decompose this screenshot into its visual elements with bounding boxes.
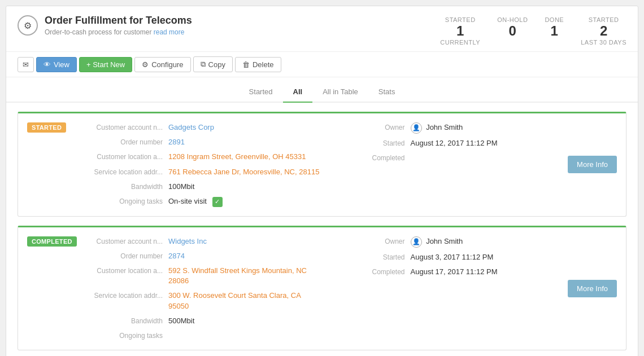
record-card-1: STARTED Customer account n... Gadgets Co… xyxy=(18,112,626,217)
field-service-location: Service location addr... 761 Rebecca Jan… xyxy=(89,167,320,177)
app-icon: ⚙ xyxy=(18,15,38,36)
header-left: ⚙ Order Fulfillment for Telecoms Order-t… xyxy=(18,14,192,36)
more-info-button-2[interactable]: More Info xyxy=(568,280,617,297)
service-location-value-1[interactable]: 761 Rebecca Jane Dr, Mooresville, NC, 28… xyxy=(168,167,319,177)
owner-value-2: 👤 John Smith xyxy=(411,236,463,248)
tab-stats[interactable]: Stats xyxy=(368,84,406,102)
task-check-icon: ✓ xyxy=(212,197,223,207)
stat-started-last30: STARTED 2 LAST 30 DAYS xyxy=(581,16,626,46)
field-customer-location: Customer location a... 1208 Ingram Stree… xyxy=(89,152,320,162)
started-badge: STARTED xyxy=(27,122,66,133)
view-button[interactable]: 👁 View xyxy=(36,57,77,72)
order-number-value-2[interactable]: 2874 xyxy=(168,251,185,261)
field-completed-2: Completed August 17, 2017 11:12 PM xyxy=(332,267,551,277)
customer-account-value-1[interactable]: Gadgets Corp xyxy=(168,122,214,133)
record-card-2: COMPLETED Customer account n... Widgets … xyxy=(18,226,626,350)
field-owner: Owner 👤 John Smith xyxy=(332,122,551,134)
service-location-value-2[interactable]: 300 W. Roosevelt Court Santa Clara, CA 9… xyxy=(168,291,320,311)
start-new-button[interactable]: + Start New xyxy=(79,57,132,72)
status-badge-2: COMPLETED xyxy=(27,236,78,341)
more-info-button-1[interactable]: More Info xyxy=(568,156,617,173)
header: ⚙ Order Fulfillment for Telecoms Order-t… xyxy=(6,6,638,52)
delete-button[interactable]: 🗑 Delete xyxy=(235,57,281,72)
field-bandwidth: Bandwidth 100Mbit xyxy=(89,182,320,192)
field-customer-account-2: Customer account n... Widgets Inc xyxy=(89,236,320,247)
fields-right-1: Owner 👤 John Smith Started August 12, 20… xyxy=(320,122,551,207)
copy-icon: ⧉ xyxy=(201,60,206,69)
header-stats: STARTED 1 CURRENTLY ON-HOLD 0 DONE 1 STA… xyxy=(440,16,626,46)
customer-account-value-2[interactable]: Widgets Inc xyxy=(168,236,207,247)
trash-icon: 🗑 xyxy=(242,60,250,69)
ongoing-tasks-value-1: On-site visit ✓ xyxy=(168,196,223,207)
order-number-value-1[interactable]: 2891 xyxy=(168,137,185,147)
started-value-2: August 3, 2017 11:12 PM xyxy=(411,252,494,262)
copy-button[interactable]: ⧉ Copy xyxy=(193,56,233,72)
customer-location-value-2[interactable]: 592 S. Windfall Street Kings Mountain, N… xyxy=(168,266,320,286)
tab-all-in-table[interactable]: All in Table xyxy=(312,84,368,102)
completed-value-2: August 17, 2017 11:12 PM xyxy=(411,267,498,277)
email-button[interactable]: ✉ xyxy=(18,57,34,72)
eye-icon: 👁 xyxy=(43,60,51,69)
field-service-location-2: Service location addr... 300 W. Roosevel… xyxy=(89,291,320,311)
field-order-number: Order number 2891 xyxy=(89,137,320,147)
field-started: Started August 12, 2017 11:12 PM xyxy=(332,138,551,148)
field-customer-location-2: Customer location a... 592 S. Windfall S… xyxy=(89,266,320,286)
status-badge-1: STARTED xyxy=(27,122,78,207)
field-owner-2: Owner 👤 John Smith xyxy=(332,236,551,248)
fields-left-1: Customer account n... Gadgets Corp Order… xyxy=(89,122,320,207)
tabs: Started All All in Table Stats xyxy=(6,77,638,103)
field-ongoing-tasks-2: Ongoing tasks xyxy=(89,331,320,341)
configure-icon: ⚙ xyxy=(142,60,149,69)
fields-left-2: Customer account n... Widgets Inc Order … xyxy=(89,236,320,341)
record-fields-1: Customer account n... Gadgets Corp Order… xyxy=(89,122,551,207)
bandwidth-value-2: 500Mbit xyxy=(168,316,194,326)
tab-started[interactable]: Started xyxy=(239,84,283,102)
tab-all[interactable]: All xyxy=(283,84,313,102)
stat-onhold-currently: ON-HOLD 0 xyxy=(497,16,528,46)
started-value-1: August 12, 2017 11:12 PM xyxy=(411,138,498,148)
user-icon: 👤 xyxy=(411,122,422,134)
toolbar: ✉ 👁 View + Start New ⚙ Configure ⧉ Copy … xyxy=(6,52,638,77)
user-icon-2: 👤 xyxy=(411,236,422,248)
header-title-block: Order Fulfillment for Telecoms Order-to-… xyxy=(45,14,192,36)
owner-value-1: 👤 John Smith xyxy=(411,122,463,134)
customer-location-value-1[interactable]: 1208 Ingram Street, Greenville, OH 45331 xyxy=(168,152,306,162)
content: STARTED Customer account n... Gadgets Co… xyxy=(6,103,638,356)
field-completed: Completed xyxy=(332,153,551,163)
stat-started-currently: STARTED 1 CURRENTLY xyxy=(440,16,480,46)
page-title: Order Fulfillment for Telecoms xyxy=(45,14,192,27)
record-fields-2: Customer account n... Widgets Inc Order … xyxy=(89,236,551,341)
configure-button[interactable]: ⚙ Configure xyxy=(134,57,190,72)
field-bandwidth-2: Bandwidth 500Mbit xyxy=(89,316,320,326)
fields-right-2: Owner 👤 John Smith Started August 3, 201… xyxy=(320,236,551,341)
field-order-number-2: Order number 2874 xyxy=(89,251,320,261)
completed-badge: COMPLETED xyxy=(27,236,77,247)
bandwidth-value-1: 100Mbit xyxy=(168,182,194,192)
read-more-link[interactable]: read more xyxy=(154,28,185,36)
stat-done-currently: DONE 1 xyxy=(545,16,564,46)
page-subtitle: Order-to-cash process for customer read … xyxy=(45,28,192,36)
email-icon: ✉ xyxy=(23,60,29,69)
field-started-2: Started August 3, 2017 11:12 PM xyxy=(332,252,551,262)
field-ongoing-tasks: Ongoing tasks On-site visit ✓ xyxy=(89,196,320,207)
field-customer-account: Customer account n... Gadgets Corp xyxy=(89,122,320,133)
